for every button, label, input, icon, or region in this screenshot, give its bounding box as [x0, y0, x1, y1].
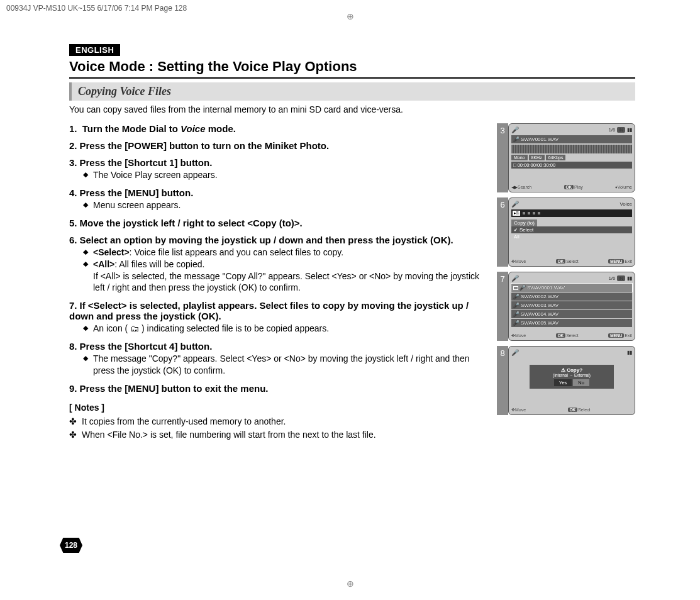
intro-text: You can copy saved files from the intern…	[69, 104, 635, 114]
list-item: 🎤SWAV0005.WAV	[511, 319, 632, 327]
notes-list: It copies from the currently-used memory…	[69, 415, 486, 442]
note-item: When <File No.> is set, file numbering w…	[69, 428, 486, 442]
step-5: 5.Move the joystick left / right to sele…	[69, 218, 486, 228]
screenshot-step-number: 6	[497, 197, 508, 267]
registration-mark-top	[347, 11, 354, 21]
screenshot-6: 6 Voice ▸⎘ Copy (to) ✔Select All ✥Move O…	[497, 197, 635, 267]
step-8: 8.Press the [Shortcut 4] button. The mes…	[69, 341, 486, 377]
list-item: 🎤SWAV0001.WAV	[511, 284, 632, 292]
step-9: 9.Press the [MENU] button to exit the me…	[69, 383, 486, 394]
mic-icon	[511, 275, 519, 282]
dialog-yes: Yes	[554, 379, 572, 386]
menu-title: Copy (to)	[511, 219, 537, 226]
menu-strip: ▸⎘	[511, 209, 632, 217]
print-header-text: 00934J VP-MS10 UK~155 6/17/06 7:14 PM Pa…	[6, 4, 187, 13]
copied-icon	[513, 286, 518, 290]
step-6: 6.Select an option by moving the joystic…	[69, 235, 486, 294]
hint-move: ✥Move	[511, 333, 526, 338]
hint-exit: MENUExit	[608, 259, 632, 264]
dialog-no: No	[573, 379, 589, 386]
step-1: 1. Turn the Mode Dial to Voice mode.	[69, 123, 486, 134]
voice-file-icon: 🎤	[513, 136, 519, 142]
step-4: 4.Press the [MENU] button. Menu screen a…	[69, 187, 486, 211]
option-all: All	[511, 233, 632, 240]
hint-select: OKSelect	[568, 408, 591, 413]
waveform-graphic	[511, 145, 632, 153]
hint-search: ◀▶Search	[511, 185, 531, 190]
hint-exit: MENUExit	[608, 333, 632, 338]
screenshots-column: 3 1/6 IN ▮▮ 🎤SWAV0001.WAV Mono 8KHz 64Kb…	[497, 123, 635, 442]
screenshot-step-number: 3	[497, 123, 508, 192]
hint-move: ✥Move	[511, 408, 526, 413]
list-item: 🎤SWAV0002.WAV	[511, 292, 632, 301]
note-item: It copies from the currently-used memory…	[69, 415, 486, 428]
page-number-badge: 128	[60, 538, 82, 553]
screenshot-8: 8 ▮▮ ⚠ Copy? (Internal → External) Yes N…	[497, 346, 635, 415]
option-select: ✔Select	[511, 226, 632, 233]
step-7: 7.If <Select> is selected, playlist appe…	[69, 300, 486, 335]
copy-menu-icon: ▸⎘	[513, 211, 520, 216]
registration-mark-bottom	[347, 579, 354, 589]
hint-play: OKPlay	[564, 185, 583, 190]
section-subtitle: Copying Voice Files	[69, 82, 635, 101]
screenshot-3: 3 1/6 IN ▮▮ 🎤SWAV0001.WAV Mono 8KHz 64Kb…	[497, 123, 635, 192]
instructions-column: 1. Turn the Mode Dial to Voice mode. 2.P…	[69, 123, 486, 442]
page-title: Voice Mode : Setting the Voice Play Opti…	[69, 56, 635, 79]
screenshot-7: 7 1/6 IN ▮▮ 🎤SWAV0001.WAV 🎤SWAV0002.WAV …	[497, 272, 635, 341]
mic-icon	[511, 126, 519, 133]
step-2: 2.Press the [POWER] button to turn on th…	[69, 140, 486, 151]
step-3: 3.Press the [Shortcut 1] button. The Voi…	[69, 157, 486, 181]
hint-volume: ♦Volume	[615, 185, 632, 190]
hint-move: ✥Move	[511, 259, 526, 264]
steps-list: 1. Turn the Mode Dial to Voice mode. 2.P…	[69, 123, 486, 394]
screenshot-step-number: 7	[497, 272, 508, 341]
mic-icon	[511, 201, 519, 208]
language-tag: ENGLISH	[69, 44, 120, 56]
page-content: ENGLISH Voice Mode : Setting the Voice P…	[69, 44, 635, 442]
copy-dialog: ⚠ Copy? (Internal → External) Yes No	[530, 365, 614, 389]
list-item: 🎤SWAV0004.WAV	[511, 310, 632, 318]
hint-select: OKSelect	[556, 259, 579, 264]
mic-icon	[511, 349, 519, 356]
screenshot-step-number: 8	[497, 346, 508, 415]
hint-select: OKSelect	[556, 333, 579, 338]
notes-heading: [ Notes ]	[69, 403, 486, 413]
print-header: 00934J VP-MS10 UK~155 6/17/06 7:14 PM Pa…	[0, 0, 193, 16]
list-item: 🎤SWAV0003.WAV	[511, 301, 632, 309]
